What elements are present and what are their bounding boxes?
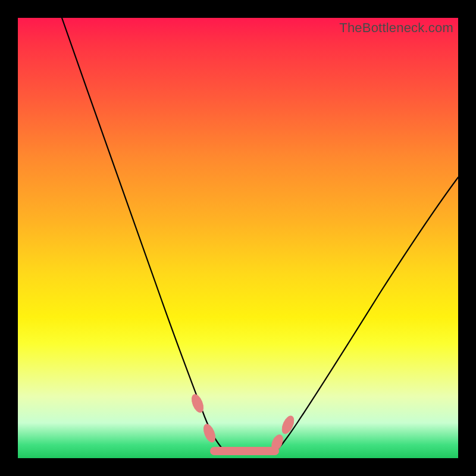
plot-area: TheBottleneck.com — [18, 18, 458, 458]
chart-frame: TheBottleneck.com — [0, 0, 476, 476]
marker-right-upper — [280, 414, 296, 436]
right-curve — [274, 177, 458, 452]
left-curve — [62, 18, 228, 452]
marker-left-upper — [190, 393, 206, 414]
marker-left-lower — [202, 422, 218, 444]
chart-svg — [18, 18, 458, 458]
